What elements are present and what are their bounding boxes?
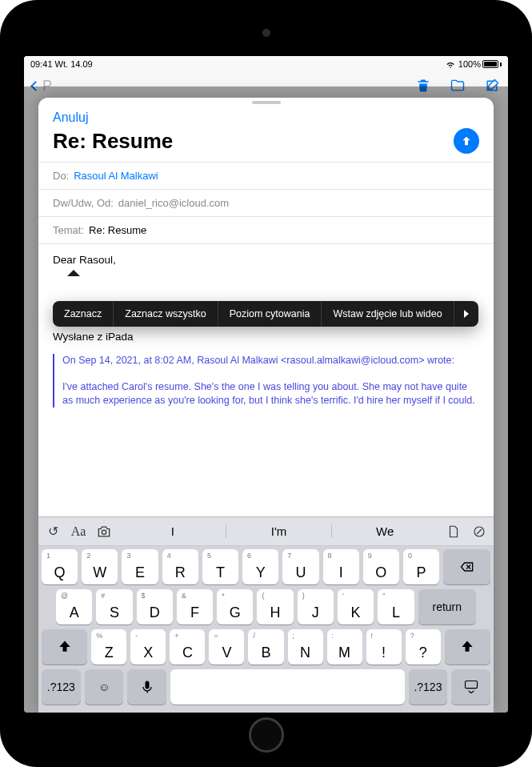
- popover-more[interactable]: [454, 301, 478, 327]
- key-excl[interactable]: !!: [366, 629, 402, 665]
- cc-from-field[interactable]: Dw/Udw, Od: daniel_rico@icloud.com: [38, 190, 494, 217]
- key-o[interactable]: 9O: [363, 549, 399, 584]
- key-m[interactable]: :M: [327, 629, 362, 665]
- prediction-2[interactable]: I'm: [226, 524, 333, 538]
- to-label: Do:: [53, 170, 69, 182]
- popover-select-all[interactable]: Zaznacz wszystko: [114, 301, 218, 327]
- key-c[interactable]: +C: [170, 629, 205, 665]
- key-w[interactable]: 2W: [82, 549, 118, 584]
- mic-icon: [139, 679, 155, 695]
- key-h[interactable]: (H: [257, 589, 293, 624]
- key-e[interactable]: 3E: [122, 549, 158, 584]
- key-b[interactable]: /B: [248, 629, 283, 665]
- front-camera: [262, 29, 270, 37]
- cc-label: Dw/Udw, Od:: [53, 197, 114, 209]
- popover-caret: [67, 270, 80, 276]
- emoji-icon: ☺: [98, 681, 110, 693]
- svg-point-0: [102, 530, 106, 534]
- shift-icon: [57, 639, 73, 655]
- key-y[interactable]: 6Y: [242, 549, 278, 584]
- key-hide-keyboard[interactable]: [451, 669, 490, 705]
- markup-icon[interactable]: [471, 524, 487, 540]
- key-t[interactable]: 5T: [202, 549, 238, 584]
- undo-icon[interactable]: ↺: [45, 524, 61, 540]
- battery-percent: 100%: [458, 59, 481, 69]
- quoted-message: On Sep 14, 2021, at 8:02 AM, Rasoul Al M…: [53, 354, 479, 408]
- status-bar: 09:41 Wt. 14.09 100%: [24, 56, 508, 72]
- key-return[interactable]: return: [418, 589, 476, 624]
- to-value[interactable]: Rasoul Al Malkawi: [74, 170, 158, 182]
- battery-indicator: 100%: [458, 59, 502, 69]
- key-numbers-right[interactable]: .?123: [409, 669, 448, 705]
- key-qmark[interactable]: ??: [406, 629, 441, 665]
- key-space[interactable]: [170, 669, 404, 705]
- ipad-device: 09:41 Wt. 14.09 100% P: [0, 0, 532, 767]
- quote-body: I've attached Carol's resume. She's the …: [62, 380, 479, 408]
- key-v[interactable]: =V: [209, 629, 244, 665]
- key-s[interactable]: #S: [96, 589, 132, 624]
- keyboard: ↺ Aa I I'm We: [38, 516, 494, 713]
- key-shift-left[interactable]: [42, 629, 87, 665]
- subject-label: Temat:: [53, 224, 84, 236]
- key-x[interactable]: -X: [130, 629, 166, 665]
- chevron-right-icon: [462, 310, 470, 318]
- sheet-grabber[interactable]: [252, 101, 281, 104]
- status-time: 09:41 Wt. 14.09: [30, 59, 93, 69]
- svg-rect-3: [465, 681, 477, 689]
- shift-icon: [459, 639, 475, 655]
- screen: 09:41 Wt. 14.09 100% P: [24, 56, 508, 713]
- key-dictation[interactable]: [127, 669, 166, 705]
- subject-field[interactable]: Temat: Re: Resume: [38, 217, 494, 244]
- camera-icon[interactable]: [96, 524, 112, 540]
- cancel-button[interactable]: Anuluj: [53, 110, 479, 125]
- key-shift-right[interactable]: [445, 629, 490, 665]
- prediction-1[interactable]: I: [120, 524, 226, 538]
- key-numbers-left[interactable]: .?123: [42, 669, 81, 705]
- scan-doc-icon[interactable]: [446, 524, 462, 540]
- compose-title: Re: Resume: [53, 129, 173, 154]
- to-field[interactable]: Do: Rasoul Al Malkawi: [38, 163, 494, 190]
- popover-select[interactable]: Zaznacz: [53, 301, 114, 327]
- popover-insert-media[interactable]: Wstaw zdjęcie lub wideo: [322, 301, 454, 327]
- key-j[interactable]: )J: [298, 589, 334, 624]
- key-z[interactable]: %Z: [91, 629, 126, 665]
- key-backspace[interactable]: [443, 549, 490, 584]
- svg-rect-2: [145, 681, 149, 689]
- send-button[interactable]: [454, 128, 479, 154]
- backspace-icon: [459, 559, 475, 575]
- edit-popover: Zaznacz Zaznacz wszystko Poziom cytowani…: [53, 301, 478, 327]
- key-p[interactable]: 0P: [403, 549, 439, 584]
- hide-keyboard-icon: [463, 679, 479, 695]
- header-fields: Do: Rasoul Al Malkawi Dw/Udw, Od: daniel…: [38, 162, 494, 244]
- key-d[interactable]: $D: [137, 589, 173, 624]
- key-a[interactable]: @A: [56, 589, 92, 624]
- text-format-icon[interactable]: Aa: [70, 524, 86, 540]
- predictions: I I'm We: [120, 524, 438, 538]
- key-i[interactable]: 8I: [323, 549, 359, 584]
- quote-meta: On Sep 14, 2021, at 8:02 AM, Rasoul Al M…: [62, 354, 479, 367]
- body-greeting: Dear Rasoul,: [53, 254, 479, 266]
- signature: Wysłane z iPada: [53, 331, 479, 343]
- key-n[interactable]: ;N: [288, 629, 323, 665]
- prediction-3[interactable]: We: [332, 524, 438, 538]
- arrow-up-icon: [460, 135, 473, 147]
- key-u[interactable]: 7U: [282, 549, 318, 584]
- key-f[interactable]: &F: [177, 589, 213, 624]
- home-button[interactable]: [249, 717, 284, 753]
- key-g[interactable]: *G: [217, 589, 253, 624]
- keyboard-toolbar: ↺ Aa I I'm We: [38, 517, 494, 546]
- compose-sheet: Anuluj Re: Resume Do: Rasoul Al Malkawi …: [38, 98, 494, 713]
- key-l[interactable]: "L: [378, 589, 414, 624]
- key-emoji[interactable]: ☺: [85, 669, 124, 705]
- compose-body[interactable]: Dear Rasoul, Zaznacz Zaznacz wszystko Po…: [38, 244, 494, 516]
- key-r[interactable]: 4R: [162, 549, 198, 584]
- key-q[interactable]: 1Q: [42, 549, 78, 584]
- popover-quote-level[interactable]: Poziom cytowania: [218, 301, 322, 327]
- key-k[interactable]: 'K: [338, 589, 374, 624]
- status-right: 100%: [446, 59, 502, 69]
- wifi-icon: [446, 59, 455, 69]
- subject-value: Re: Resume: [89, 224, 146, 236]
- cc-value: daniel_rico@icloud.com: [118, 197, 229, 209]
